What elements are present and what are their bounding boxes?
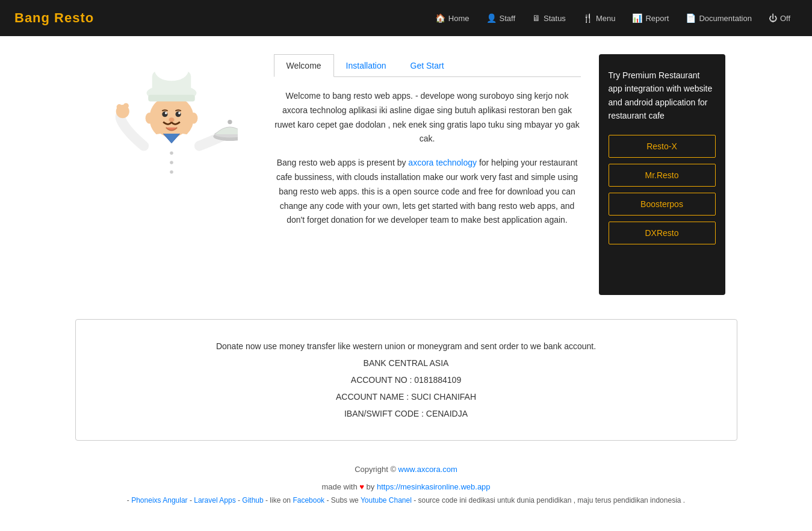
off-icon: ⏻	[769, 13, 777, 23]
svg-point-16	[116, 104, 122, 110]
axcora-link[interactable]: axcora technology	[408, 158, 477, 167]
nav-documentation[interactable]: 📄Documentation	[678, 8, 758, 28]
donation-line1: Donate now use money transfer like weste…	[88, 338, 725, 355]
svg-point-20	[228, 120, 232, 124]
welcome-p2-suffix: for helping your restaurant cafe bussine…	[276, 158, 578, 225]
svg-point-17	[123, 103, 128, 108]
svg-point-11	[190, 113, 197, 123]
svg-point-10	[145, 113, 153, 123]
chef-illustration	[105, 54, 238, 199]
tab-welcome-content: Welcome to bang resto web apps. - develo…	[274, 89, 581, 228]
svg-point-2	[155, 61, 188, 81]
made-with-prefix: made with	[321, 482, 359, 491]
sidebar-btn-dxresto[interactable]: DXResto	[609, 222, 716, 244]
svg-point-9	[169, 117, 174, 122]
svg-point-7	[164, 112, 167, 114]
svg-point-14	[170, 170, 173, 174]
sidebar: Try Premium Restaurant app integration w…	[599, 54, 725, 295]
tab-installation[interactable]: Installation	[334, 54, 398, 77]
made-with: made with ♥ by https://mesinkasironline.…	[12, 482, 800, 491]
svg-point-13	[170, 161, 173, 164]
welcome-paragraph2: Bang resto web apps is present by axcora…	[274, 156, 581, 228]
nav-off[interactable]: ⏻Off	[761, 8, 798, 28]
menu-icon: 🍴	[583, 13, 593, 23]
copyright: Copyright © www.axcora.com	[12, 465, 800, 474]
footer: Copyright © www.axcora.com made with ♥ b…	[0, 453, 812, 517]
made-with-suffix: by	[364, 482, 377, 491]
documentation-icon: 📄	[686, 13, 696, 23]
heart-icon: ♥	[359, 482, 364, 491]
report-icon: 📊	[632, 13, 642, 23]
svg-rect-4	[148, 95, 195, 101]
welcome-paragraph1: Welcome to bang resto web apps. - develo…	[274, 89, 581, 146]
sidebar-title: Try Premium Restaurant app integration w…	[609, 69, 716, 123]
footer-sep5: - source code ini dedikasi untuk dunia p…	[412, 496, 685, 505]
donation-line4: ACCOUNT NAME : SUCI CHANIFAH	[88, 388, 725, 405]
staff-icon: 👤	[486, 13, 497, 23]
footer-link-facebook[interactable]: Facebook	[293, 496, 324, 505]
footer-sep4: - Subs we	[324, 496, 361, 505]
welcome-p2-prefix: Bang resto web apps is present by	[277, 158, 409, 167]
home-icon: 🏠	[435, 13, 445, 23]
status-icon: 🖥	[532, 13, 541, 23]
brand-logo: Bang Resto	[14, 10, 94, 26]
tab-welcome[interactable]: Welcome	[274, 54, 334, 77]
nav-home[interactable]: 🏠Home	[428, 8, 477, 28]
footer-sep3: - like on	[264, 496, 293, 505]
copyright-prefix: Copyright ©	[355, 465, 398, 474]
nav-staff[interactable]: 👤Staff	[479, 8, 523, 28]
nav-report[interactable]: 📊Report	[625, 8, 676, 28]
tabs: Welcome Installation Get Start	[274, 54, 581, 77]
footer-sep2: -	[236, 496, 243, 505]
nav-menu[interactable]: 🍴Menu	[575, 8, 623, 28]
svg-point-6	[175, 111, 181, 117]
donation-line5: IBAN/SWIFT CODE : CENAIDJA	[88, 405, 725, 422]
tab-get-start[interactable]: Get Start	[398, 54, 456, 77]
footer-link-youtube[interactable]: Youtube Chanel	[361, 496, 412, 505]
svg-point-8	[178, 112, 181, 114]
footer-sep1: -	[188, 496, 194, 505]
svg-point-12	[170, 152, 173, 155]
chef-area	[87, 54, 256, 199]
made-link[interactable]: https://mesinkasironline.web.app	[377, 482, 491, 491]
nav-links: 🏠Home 👤Staff 🖥Status 🍴Menu 📊Report 📄Docu…	[428, 8, 798, 28]
nav-status[interactable]: 🖥Status	[525, 8, 573, 28]
donation-box: Donate now use money transfer like weste…	[75, 319, 737, 441]
donation-line2: BANK CENTRAL ASIA	[88, 355, 725, 371]
footer-link-github[interactable]: Github	[242, 496, 263, 505]
main-container: Welcome Installation Get Start Welcome t…	[75, 36, 737, 307]
navbar: Bang Resto 🏠Home 👤Staff 🖥Status 🍴Menu 📊R…	[0, 0, 812, 36]
sidebar-btn-resto-x[interactable]: Resto-X	[609, 135, 716, 158]
donation-line3: ACCOUNT NO : 0181884109	[88, 371, 725, 388]
footer-links: - Phoneixs Angular - Laravel Apps - Gith…	[12, 496, 800, 505]
svg-point-5	[162, 111, 167, 117]
content-area: Welcome Installation Get Start Welcome t…	[274, 54, 581, 237]
sidebar-btn-mr-resto[interactable]: Mr.Resto	[609, 164, 716, 187]
footer-link-laravel[interactable]: Laravel Apps	[194, 496, 235, 505]
footer-link-phoneixs[interactable]: Phoneixs Angular	[131, 496, 187, 505]
sidebar-btn-boosterpos[interactable]: Boosterpos	[609, 193, 716, 216]
copyright-link[interactable]: www.axcora.com	[398, 465, 457, 474]
